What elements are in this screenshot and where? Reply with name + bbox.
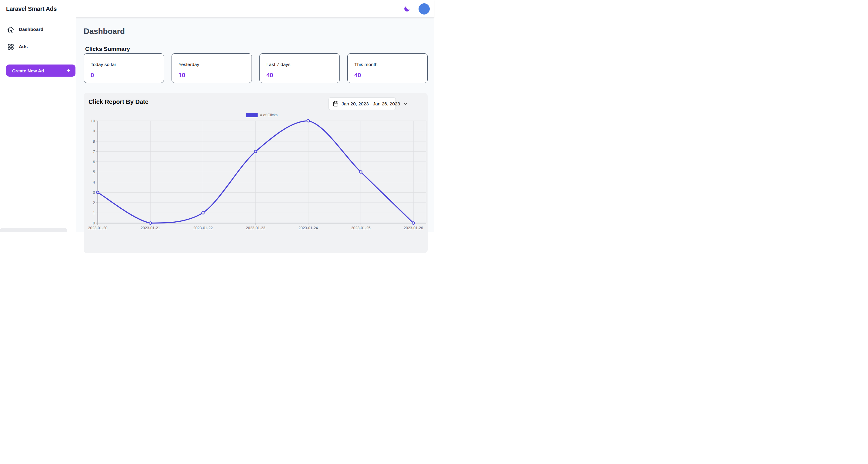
svg-text:2023-01-25: 2023-01-25 (351, 226, 370, 230)
plus-icon: + (67, 68, 70, 74)
sidebar-item-label: Ads (19, 44, 28, 49)
svg-text:7: 7 (93, 149, 95, 154)
clicks-line-chart: 0123456789102023-01-202023-01-212023-01-… (84, 93, 428, 232)
summary-cards: Today so far 0 Yesterday 10 Last 7 days … (84, 53, 428, 83)
svg-text:0: 0 (93, 221, 95, 225)
moon-icon (403, 5, 410, 12)
horizontal-scrollbar-thumb[interactable] (0, 228, 67, 232)
clicks-summary-heading: Clicks Summary (85, 46, 130, 53)
card-value: 10 (179, 72, 185, 79)
summary-card-yesterday: Yesterday 10 (172, 53, 252, 83)
svg-text:2023-01-21: 2023-01-21 (141, 226, 160, 230)
svg-text:6: 6 (93, 160, 95, 164)
sidebar-item-dashboard[interactable]: Dashboard (0, 25, 76, 34)
card-label: Today so far (91, 62, 116, 67)
sidebar-item-ads[interactable]: Ads (0, 42, 76, 51)
page-title: Dashboard (84, 27, 125, 36)
card-label: Last 7 days (267, 62, 290, 67)
svg-text:8: 8 (93, 139, 95, 143)
svg-text:2023-01-23: 2023-01-23 (246, 226, 265, 230)
sidebar-item-label: Dashboard (19, 27, 43, 32)
svg-text:1: 1 (93, 210, 95, 215)
card-value: 40 (354, 72, 361, 79)
create-new-ad-label: Create New Ad (12, 68, 44, 73)
svg-text:2023-01-26: 2023-01-26 (404, 226, 423, 230)
create-new-ad-button[interactable]: Create New Ad + (6, 65, 75, 77)
svg-text:2023-01-24: 2023-01-24 (299, 226, 318, 230)
summary-card-last-7-days: Last 7 days 40 (259, 53, 340, 83)
svg-text:9: 9 (93, 129, 95, 133)
main-content: Dashboard Clicks Summary Today so far 0 … (76, 18, 434, 232)
grid-icon (7, 43, 14, 51)
card-label: This month (354, 62, 378, 67)
card-value: 0 (91, 72, 94, 79)
svg-text:10: 10 (91, 119, 95, 123)
svg-text:3: 3 (93, 190, 95, 195)
svg-text:2023-01-20: 2023-01-20 (88, 226, 107, 230)
svg-text:4: 4 (93, 180, 95, 185)
topbar-actions (403, 0, 430, 18)
sidebar: Laravel Smart Ads Dashboard Ads Create N… (0, 0, 76, 232)
avatar[interactable] (418, 3, 430, 14)
app-brand: Laravel Smart Ads (6, 5, 57, 12)
card-label: Yesterday (179, 62, 199, 67)
card-value: 40 (267, 72, 273, 79)
svg-text:2023-01-22: 2023-01-22 (193, 226, 213, 230)
home-icon (7, 26, 14, 33)
svg-text:5: 5 (93, 170, 95, 174)
theme-toggle-button[interactable] (403, 5, 411, 13)
click-report-panel: Click Report By Date Jan 20, 2023 - Jan … (84, 93, 428, 232)
summary-card-this-month: This month 40 (347, 53, 428, 83)
summary-card-today: Today so far 0 (84, 53, 164, 83)
svg-text:2: 2 (93, 200, 95, 205)
